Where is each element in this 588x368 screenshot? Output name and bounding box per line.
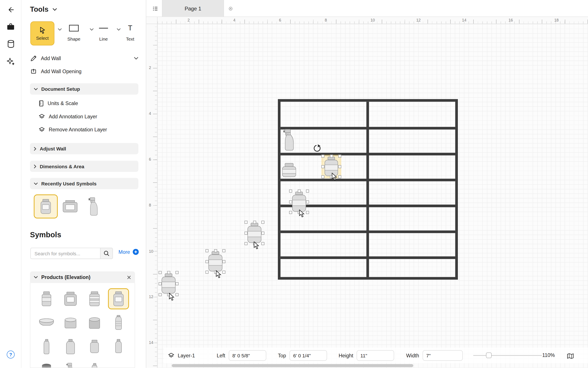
section-recently-used-symbols[interactable]: Recently Used Symbols — [30, 178, 138, 189]
back-button[interactable] — [5, 4, 16, 15]
selection-handle[interactable] — [306, 211, 309, 214]
symbol-water-bottle[interactable] — [108, 312, 129, 333]
selection-handle[interactable] — [289, 211, 292, 214]
shelf-line[interactable] — [281, 127, 455, 129]
symbol-dark-jar[interactable] — [36, 360, 57, 368]
placed-jar-small[interactable] — [282, 163, 296, 179]
selection-handle[interactable] — [253, 221, 256, 224]
help-button[interactable]: ? — [5, 349, 16, 360]
recent-symbol-container[interactable] — [58, 194, 82, 219]
remove-annotation-layer-item[interactable]: Remove Annotation Layer — [39, 125, 136, 134]
selected-symbol-jar[interactable] — [291, 192, 307, 212]
selection-handle[interactable] — [298, 190, 301, 193]
symbol-bowl[interactable] — [36, 312, 57, 333]
symbol-jar-label-selected[interactable] — [108, 288, 129, 309]
selection-handle[interactable] — [306, 200, 309, 203]
symbol-jar-bands[interactable] — [84, 288, 105, 309]
text-tool-button[interactable]: T Text — [120, 24, 141, 42]
magic-tab-button[interactable] — [5, 56, 16, 67]
selection-handle[interactable] — [261, 231, 264, 234]
tab-page-1[interactable]: Page 1 — [162, 0, 224, 17]
selection-handle[interactable] — [222, 260, 225, 263]
selection-handle[interactable] — [205, 260, 208, 263]
symbol-cylinder-rim[interactable] — [60, 312, 81, 333]
section-document-setup[interactable]: Document Setup — [30, 83, 138, 95]
selection-handle[interactable] — [158, 293, 162, 296]
selection-handle[interactable] — [330, 155, 333, 158]
add-wall-opening-button[interactable]: Add Wall Opening — [30, 66, 138, 76]
placed-spray-bottle[interactable] — [283, 129, 294, 152]
select-tool-button[interactable]: Select — [30, 21, 54, 46]
selected-symbol-jar[interactable] — [246, 222, 263, 243]
selected-symbol-jar[interactable] — [207, 251, 223, 272]
selection-handle[interactable] — [222, 271, 225, 274]
selection-handle[interactable] — [338, 165, 341, 168]
page-list-button[interactable] — [150, 3, 160, 14]
selection-handle[interactable] — [321, 175, 325, 178]
select-tool-dropdown[interactable] — [58, 26, 62, 32]
symbol-small-jar[interactable] — [84, 336, 105, 357]
selection-handle[interactable] — [321, 165, 325, 168]
selection-handle[interactable] — [245, 231, 247, 234]
selection-handle[interactable] — [176, 282, 178, 285]
selection-handle[interactable] — [205, 271, 208, 274]
selection-handle[interactable] — [261, 221, 264, 224]
selection-handle[interactable] — [306, 190, 309, 193]
horizontal-scrollbar[interactable] — [172, 364, 413, 367]
symbols-library-tab-button[interactable] — [5, 39, 16, 49]
symbol-round-bottle[interactable] — [108, 336, 129, 357]
symbol-cylinder-solid[interactable] — [84, 312, 105, 333]
selection-handle[interactable] — [176, 271, 178, 274]
symbol-jar-tall[interactable] — [36, 288, 57, 309]
selection-handle[interactable] — [261, 242, 264, 245]
symbol-slim-bottle[interactable] — [36, 336, 57, 357]
top-field-input[interactable] — [289, 350, 327, 361]
shape-tool-button[interactable]: Shape — [63, 24, 84, 42]
minimap-button[interactable] — [565, 350, 576, 361]
add-annotation-layer-item[interactable]: Add Annotation Layer — [39, 111, 136, 121]
section-dimensions-area[interactable]: Dimensions & Area — [30, 161, 138, 172]
add-wall-button[interactable]: Add Wall — [30, 53, 138, 63]
selection-handle[interactable] — [321, 155, 325, 158]
shelf-line[interactable] — [281, 153, 455, 156]
shelf-line[interactable] — [281, 230, 455, 233]
symbol-group-header[interactable]: Products (Elevation) — [30, 271, 135, 283]
selection-handle[interactable] — [245, 221, 247, 224]
shelf-line[interactable] — [281, 256, 455, 259]
selection-handle[interactable] — [158, 271, 162, 274]
rotate-handle[interactable] — [313, 144, 321, 154]
selection-handle[interactable] — [338, 175, 341, 178]
shelf-walls[interactable] — [278, 99, 458, 280]
symbol-bottle-cap[interactable] — [60, 336, 81, 357]
zoom-slider-thumb[interactable] — [486, 352, 492, 358]
symbol-spray-bottle[interactable] — [60, 360, 81, 368]
zoom-slider[interactable] — [473, 355, 542, 356]
selection-handle[interactable] — [214, 249, 217, 252]
close-symbol-group-button[interactable] — [127, 275, 131, 279]
selection-handle[interactable] — [289, 190, 292, 193]
left-field-input[interactable] — [228, 350, 266, 361]
selection-handle[interactable] — [167, 271, 170, 274]
selection-handle[interactable] — [205, 249, 208, 252]
recent-symbol-spray-bottle[interactable] — [81, 194, 105, 219]
toolbox-tab-button[interactable] — [5, 21, 16, 32]
symbol-search-button[interactable] — [100, 248, 113, 259]
selection-handle[interactable] — [338, 155, 341, 158]
selection-handle[interactable] — [245, 242, 247, 245]
selection-handle[interactable] — [158, 282, 162, 285]
height-field-input[interactable] — [357, 350, 394, 361]
selection-handle[interactable] — [222, 249, 225, 252]
recent-symbol-jar[interactable] — [34, 194, 58, 219]
more-symbols-link[interactable]: More — [118, 249, 139, 255]
tools-panel-title[interactable]: Tools — [30, 5, 57, 13]
section-adjust-wall[interactable]: Adjust Wall — [30, 143, 138, 154]
symbol-search-input[interactable] — [30, 248, 100, 259]
layer-selector[interactable]: Layer-1 — [168, 350, 195, 361]
add-page-button[interactable] — [227, 5, 235, 13]
symbol-tall-bottle[interactable] — [84, 360, 105, 368]
shelf-line[interactable] — [281, 179, 455, 181]
units-scale-item[interactable]: Units & Scale — [39, 98, 136, 108]
symbol-jar-window[interactable] — [60, 288, 81, 309]
selected-symbol-jar[interactable] — [160, 273, 176, 294]
selection-handle[interactable] — [176, 293, 178, 296]
